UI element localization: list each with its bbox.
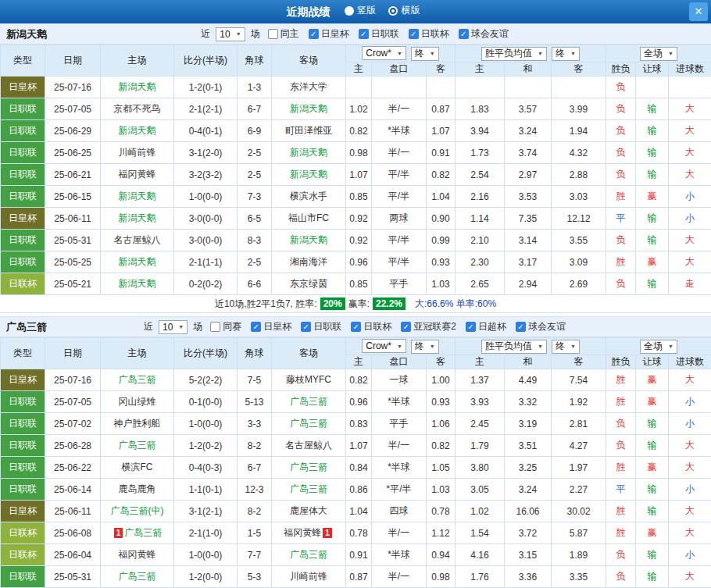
corners: 7-5 bbox=[238, 369, 272, 391]
home-team-name: 川崎前锋 bbox=[119, 147, 156, 158]
match-count-select-value: 10 bbox=[163, 322, 178, 333]
odds-home: 0.96 bbox=[346, 391, 372, 413]
away-team-name: 町田泽维亚 bbox=[285, 125, 332, 136]
checked-checkbox-icon[interactable] bbox=[309, 29, 319, 39]
odds-group-header: Crow*▼终▼ bbox=[346, 338, 456, 355]
home-team-name: 广岛三箭 bbox=[119, 440, 156, 451]
column-header: 比分(半场) bbox=[174, 45, 238, 77]
odds-home: 0.84 bbox=[346, 457, 372, 479]
odds-handicap: 半/一 bbox=[372, 435, 427, 457]
filter-checkbox-item[interactable]: 日联杯 bbox=[409, 27, 449, 41]
result-handicap: 输 bbox=[636, 544, 669, 566]
competition-type: 日职联 bbox=[1, 435, 45, 457]
avg-draw-odds: 3.53 bbox=[505, 186, 552, 208]
match-count-select[interactable]: 10▼ bbox=[159, 320, 188, 334]
result-handicap: 输 bbox=[636, 566, 669, 588]
score: 0-1(0-0) bbox=[174, 391, 238, 413]
filter-checkbox-item[interactable]: 日联杯 bbox=[351, 320, 391, 333]
avg-away-odds: 12.12 bbox=[552, 208, 606, 230]
home-team-cell: 横滨FC bbox=[101, 457, 174, 479]
avg-odds-select[interactable]: 胜平负均值▼ bbox=[481, 340, 547, 354]
filter-checkbox-item[interactable]: 球会友谊 bbox=[516, 320, 566, 333]
odds-handicap: *半球 bbox=[372, 544, 427, 566]
filter-checkbox-item[interactable]: 日职联 bbox=[301, 320, 341, 333]
titlebar: 近期战绩 竖版 横版 ✕ bbox=[0, 0, 711, 23]
filter-checkbox-item[interactable]: 同赛 bbox=[210, 320, 241, 333]
odds-company-select-value: Crow* bbox=[366, 48, 397, 59]
scope-select[interactable]: 全场▼ bbox=[640, 340, 677, 354]
checked-checkbox-icon[interactable] bbox=[466, 322, 476, 332]
radio-selected-icon[interactable] bbox=[388, 6, 398, 16]
result-overunder: 大 bbox=[669, 98, 711, 120]
filter-label: 日职联 bbox=[371, 27, 399, 41]
odds-final-select-value: 终 bbox=[415, 47, 430, 60]
odds-final-select[interactable]: 终▼ bbox=[411, 340, 439, 354]
checked-checkbox-icon[interactable] bbox=[409, 29, 419, 39]
score: 2-1(1-1) bbox=[174, 251, 238, 273]
result-winloss: 负 bbox=[606, 98, 636, 120]
away-team-cell: 湘南海洋 bbox=[272, 251, 346, 273]
radio-unselected-icon[interactable] bbox=[345, 6, 354, 16]
filter-checkbox-item[interactable]: 日皇杯 bbox=[309, 27, 349, 41]
checked-checkbox-icon[interactable] bbox=[351, 322, 361, 332]
avg-away-odds: 3.09 bbox=[552, 251, 606, 273]
result-handicap: 输 bbox=[636, 120, 669, 142]
filter-checkbox-item[interactable]: 同主 bbox=[268, 27, 299, 41]
avg-final-select[interactable]: 终▼ bbox=[552, 47, 580, 61]
layout-option-vertical[interactable]: 竖版 bbox=[345, 4, 376, 17]
filter-checkbox-item[interactable]: 日皇杯 bbox=[251, 320, 291, 333]
result-overunder: 大 bbox=[669, 457, 711, 479]
away-team-cell: 广岛三箭 bbox=[272, 457, 346, 479]
avg-odds-select[interactable]: 胜平负均值▼ bbox=[481, 47, 547, 61]
match-date: 25-07-16 bbox=[45, 77, 101, 98]
avg-away-odds: 2.88 bbox=[552, 164, 606, 186]
result-handicap: 输 bbox=[636, 273, 669, 295]
score: 3-2(3-2) bbox=[174, 164, 238, 186]
result-winloss: 胜 bbox=[606, 522, 636, 544]
sub-column-header: 主 bbox=[456, 62, 505, 77]
odds-final-select[interactable]: 终▼ bbox=[411, 47, 439, 61]
away-team-cell: 福山市FC bbox=[272, 208, 346, 230]
checked-checkbox-icon[interactable] bbox=[459, 29, 469, 39]
corners: 6-9 bbox=[238, 120, 272, 142]
checked-checkbox-icon[interactable] bbox=[251, 322, 261, 332]
match-row: 日职联25-06-15新潟天鹅1-0(0-0)7-3横滨水手0.85平/半1.0… bbox=[1, 186, 711, 208]
score: 0-4(0-3) bbox=[174, 457, 238, 479]
odds-handicap: *半球 bbox=[372, 391, 427, 413]
home-team-name: 新潟天鹅 bbox=[119, 212, 156, 223]
red-card-badge: 1 bbox=[323, 528, 332, 538]
checked-checkbox-icon[interactable] bbox=[516, 322, 526, 332]
close-button[interactable]: ✕ bbox=[689, 2, 708, 21]
filter-checkbox-item[interactable]: 亚冠联赛2 bbox=[401, 320, 456, 333]
layout-option-horizontal[interactable]: 横版 bbox=[388, 4, 420, 17]
filter-checkbox-item[interactable]: 日职联 bbox=[359, 27, 399, 41]
unchecked-checkbox-icon[interactable] bbox=[210, 322, 220, 332]
home-team-name: 神户胜利船 bbox=[114, 418, 161, 429]
away-team-cell: 新潟天鹅 bbox=[272, 230, 346, 251]
unchecked-checkbox-icon[interactable] bbox=[268, 29, 278, 39]
odds-company-select[interactable]: Crow*▼ bbox=[362, 46, 406, 60]
avg-final-select[interactable]: 终▼ bbox=[552, 340, 580, 354]
score: 0-4(0-1) bbox=[174, 120, 238, 142]
scope-select[interactable]: 全场▼ bbox=[640, 47, 677, 61]
result-overunder bbox=[669, 77, 711, 98]
checked-checkbox-icon[interactable] bbox=[401, 322, 411, 332]
checked-checkbox-icon[interactable] bbox=[359, 29, 369, 39]
filter-checkbox-item[interactable]: 日超杯 bbox=[466, 320, 506, 333]
odds-home: 0.87 bbox=[346, 566, 372, 588]
avg-draw-odds: 16.06 bbox=[505, 501, 552, 522]
filter-checkbox-item[interactable]: 球会友谊 bbox=[459, 27, 509, 41]
scope-group-header: 全场▼ bbox=[606, 45, 711, 62]
competition-type: 日职联 bbox=[1, 566, 45, 588]
match-count-select[interactable]: 10▼ bbox=[216, 27, 245, 41]
match-date: 25-06-14 bbox=[45, 479, 101, 501]
checked-checkbox-icon[interactable] bbox=[301, 322, 311, 332]
odds-company-select[interactable]: Crow*▼ bbox=[362, 339, 406, 353]
home-team-name: 冈山绿雉 bbox=[119, 396, 156, 407]
avg-draw-odds: 2.94 bbox=[505, 273, 552, 295]
avg-odds-select-value: 胜平负均值 bbox=[485, 340, 538, 353]
match-date: 25-06-11 bbox=[45, 208, 101, 230]
result-overunder: 小 bbox=[669, 208, 711, 230]
odds-handicap bbox=[372, 77, 427, 98]
filter-label: 日联杯 bbox=[363, 320, 391, 333]
